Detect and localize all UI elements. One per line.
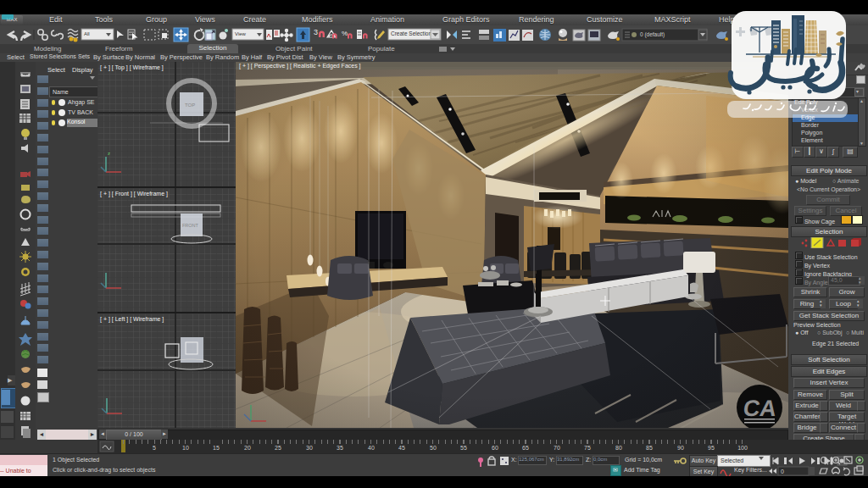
svg-text:35: 35 xyxy=(337,445,343,451)
svg-text:50: 50 xyxy=(430,445,437,451)
svg-text:CA: CA xyxy=(742,395,778,421)
svg-text:85: 85 xyxy=(646,445,653,451)
svg-text:z: z xyxy=(108,151,110,156)
svg-text:0: 0 xyxy=(781,469,784,474)
svg-text:65: 65 xyxy=(522,445,529,451)
svg-text:3: 3 xyxy=(314,28,318,36)
svg-text:60: 60 xyxy=(492,445,498,451)
svg-text:10: 10 xyxy=(182,445,189,451)
svg-text:45: 45 xyxy=(398,445,405,451)
svg-text:0 (default): 0 (default) xyxy=(640,31,665,38)
svg-text:100: 100 xyxy=(737,445,748,451)
svg-text:View: View xyxy=(235,31,247,36)
svg-text:30: 30 xyxy=(306,445,313,451)
svg-text:15: 15 xyxy=(213,445,220,451)
svg-text:5: 5 xyxy=(153,445,156,451)
svg-text:40: 40 xyxy=(368,445,375,451)
svg-text:90: 90 xyxy=(677,445,684,451)
svg-text:95: 95 xyxy=(708,445,715,451)
svg-text:TOP: TOP xyxy=(185,103,195,108)
svg-text:%: % xyxy=(342,30,348,37)
svg-text:25: 25 xyxy=(275,445,281,451)
svg-text:80: 80 xyxy=(615,445,622,451)
svg-text:All: All xyxy=(84,31,90,36)
svg-text:70: 70 xyxy=(554,445,560,451)
svg-text:55: 55 xyxy=(460,445,467,451)
svg-text:75: 75 xyxy=(584,445,591,451)
svg-text:FRONT: FRONT xyxy=(182,223,199,228)
svg-text:20: 20 xyxy=(244,445,251,451)
